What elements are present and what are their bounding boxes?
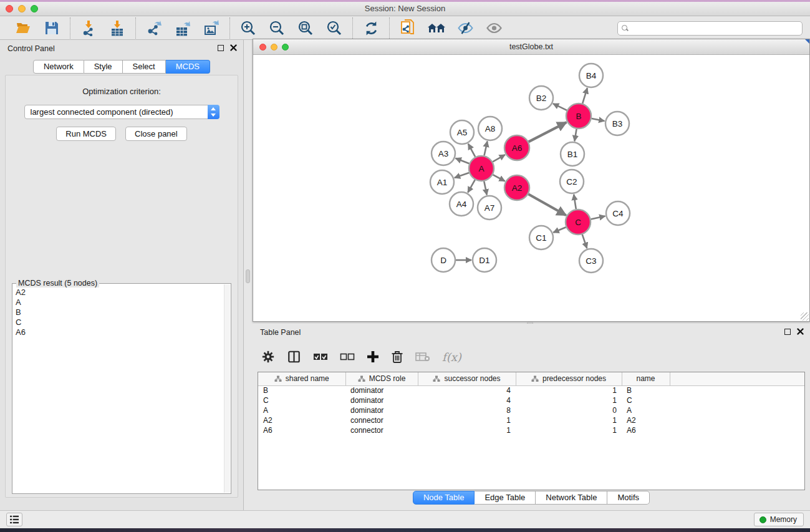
graph-edge-C-C2[interactable] [574,195,576,209]
graph-edge-B-B1[interactable] [574,129,576,142]
mcds-result-item[interactable]: A [16,297,223,307]
function-builder-button[interactable]: f(x) [442,351,461,364]
table-row[interactable]: Bdominator41B [258,385,804,395]
panel-splitter-grip[interactable] [246,269,250,283]
mcds-result-item[interactable]: C [16,317,223,327]
column-header[interactable]: predecessor nodes [516,372,622,385]
graph-edge-A-A5[interactable] [468,144,475,157]
table-row[interactable]: A2connector11A2 [258,415,804,425]
zoom-out-button[interactable] [266,18,287,38]
table-cell[interactable]: 8 [418,405,516,415]
open-session-button[interactable] [12,18,34,38]
graph-edge-A-A6[interactable] [493,155,505,162]
table-cell[interactable]: 1 [516,415,622,425]
graph-edge-A-A1[interactable] [455,173,469,178]
column-header[interactable]: successor nodes [418,372,516,385]
network-graph[interactable]: B4B2BB3A8A5A6A3B1AC2A1A2A4A7C4CC1DD1C3 [253,55,809,321]
network-window-titlebar[interactable]: testGlobe.txt [253,39,809,55]
node-table-grid[interactable]: shared nameMCDS rolesuccessor nodesprede… [258,372,804,435]
float-table-panel-icon[interactable] [784,329,791,335]
tab-node-table[interactable]: Node Table [413,491,475,505]
table-cell[interactable]: 1 [516,385,622,395]
tab-motifs[interactable]: Motifs [607,491,650,505]
export-network-button[interactable] [143,18,165,38]
close-network-button[interactable] [259,44,266,51]
hide-glass-button[interactable] [455,18,476,38]
home-networks-button[interactable] [426,18,447,38]
graph-edge-A-A4[interactable] [468,180,475,192]
graph-edge-B-B3[interactable] [592,118,605,121]
export-table-button[interactable] [172,18,193,38]
graph-edge-A2-C[interactable] [528,194,566,215]
table-cell[interactable]: A6 [622,425,670,435]
search-field[interactable] [617,21,803,36]
graph-edge-A6-B[interactable] [529,122,567,142]
table-row[interactable]: Cdominator41C [258,395,804,405]
graph-edge-C-C1[interactable] [553,227,566,233]
table-cell[interactable]: C [258,395,345,405]
table-settings-button[interactable] [261,350,275,364]
table-cell[interactable]: 1 [516,395,622,405]
zoom-window-button[interactable] [31,5,38,12]
graph-edge-B-B4[interactable] [582,88,587,104]
table-cell[interactable]: A2 [622,415,670,425]
minimize-window-button[interactable] [18,5,26,12]
table-cell[interactable]: 1 [516,425,622,435]
tab-style[interactable]: Style [84,60,123,74]
result-scrollbar[interactable] [224,284,230,493]
close-panel-button[interactable]: Close panel [125,127,187,141]
select-all-columns-button[interactable] [313,353,328,361]
table-row[interactable]: Adominator80A [258,405,804,415]
graph-edge-A-A8[interactable] [484,142,487,156]
zoom-in-button[interactable] [238,18,259,38]
table-cell[interactable]: 1 [418,425,516,435]
import-table-button[interactable] [107,18,128,38]
table-cell[interactable]: A2 [258,415,345,425]
column-header[interactable]: MCDS role [345,372,418,385]
table-cell[interactable]: connector [345,425,418,435]
window-resize-grip[interactable] [801,312,809,321]
float-panel-icon[interactable] [218,45,224,51]
table-cell[interactable]: connector [345,415,418,425]
table-cell[interactable]: 0 [516,405,622,415]
memory-status-button[interactable]: Memory [754,513,804,526]
graph-edge-C-C3[interactable] [582,235,587,248]
close-table-panel-icon[interactable] [797,328,804,335]
delete-columns-button[interactable] [391,350,403,364]
create-column-button[interactable] [367,351,379,363]
table-cell[interactable]: B [258,385,345,395]
table-cell[interactable]: dominator [345,385,418,395]
network-canvas[interactable]: B4B2BB3A8A5A6A3B1AC2A1A2A4A7C4CC1DD1C3 [253,55,809,321]
minimize-network-button[interactable] [271,44,277,51]
table-cell[interactable]: C [622,395,670,405]
table-row[interactable]: A6connector11A6 [258,425,804,435]
close-window-button[interactable] [6,5,13,12]
table-cell[interactable]: dominator [345,405,418,415]
table-cell[interactable]: 4 [418,385,516,395]
mcds-result-item[interactable]: A6 [16,327,223,337]
table-cell[interactable]: 4 [418,395,516,405]
tab-network[interactable]: Network [33,60,84,74]
search-input[interactable] [632,24,798,32]
optimization-criterion-dropdown[interactable]: largest connected component (directed) [24,105,219,119]
table-cell[interactable]: dominator [345,395,418,405]
tab-mcds[interactable]: MCDS [166,60,210,74]
tab-network-table[interactable]: Network Table [536,491,607,505]
save-session-button[interactable] [41,18,62,38]
delete-table-button[interactable] [415,351,430,362]
export-image-button[interactable] [201,18,222,38]
tab-edge-table[interactable]: Edge Table [475,491,536,505]
zoom-fit-button[interactable] [295,18,316,38]
graph-edge-C-C4[interactable] [591,216,605,219]
column-header[interactable]: name [622,372,670,385]
graph-edge-A-A3[interactable] [456,158,470,164]
show-glass-button[interactable] [483,18,504,38]
unselect-all-columns-button[interactable] [340,353,355,361]
zoom-selected-button[interactable] [324,18,345,38]
show-column-selector-button[interactable] [287,350,301,364]
close-panel-icon[interactable] [230,44,237,51]
graph-edge-A-A7[interactable] [484,181,487,195]
show-task-history-button[interactable] [6,513,22,526]
apply-layout-button[interactable] [360,18,382,38]
mcds-result-item[interactable]: A2 [16,288,223,297]
